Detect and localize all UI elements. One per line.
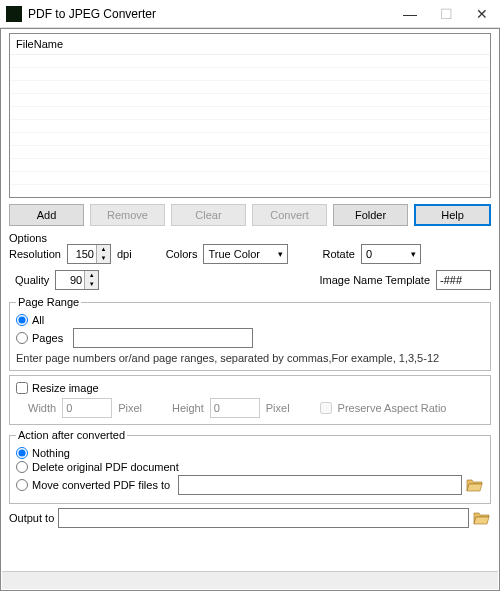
app-icon (6, 6, 22, 22)
preserve-aspect-label: Preserve Aspect Ratio (338, 402, 447, 414)
output-label: Output to (9, 512, 54, 524)
colors-select[interactable]: True Color ▾ (203, 244, 288, 264)
template-label: Image Name Template (320, 274, 430, 286)
chevron-down-icon: ▾ (278, 249, 283, 259)
page-range-pages-input[interactable] (73, 328, 253, 348)
file-list[interactable]: FileName (9, 33, 491, 198)
clear-button[interactable]: Clear (171, 204, 246, 226)
options-label: Options (9, 232, 491, 244)
action-move-path-input[interactable] (178, 475, 462, 495)
rotate-select[interactable]: 0 ▾ (361, 244, 421, 264)
width-pixel-label: Pixel (118, 402, 142, 414)
resize-group: Resize image Width Pixel Height Pixel Pr… (9, 375, 491, 425)
height-input (210, 398, 260, 418)
quality-spinner[interactable]: ▲▼ (55, 270, 99, 290)
dpi-label: dpi (117, 248, 132, 260)
action-legend: Action after converted (16, 429, 127, 441)
file-list-header: FileName (10, 34, 490, 54)
action-delete-label: Delete original PDF document (32, 461, 179, 473)
width-label: Width (28, 402, 56, 414)
remove-button[interactable]: Remove (90, 204, 165, 226)
status-bar (2, 571, 498, 589)
add-button[interactable]: Add (9, 204, 84, 226)
minimize-button[interactable]: — (392, 0, 428, 28)
folder-open-icon[interactable] (473, 510, 491, 526)
close-button[interactable]: ✕ (464, 0, 500, 28)
rotate-value: 0 (366, 248, 372, 260)
page-range-pages-label: Pages (32, 332, 63, 344)
page-range-hint: Enter page numbers or/and page ranges, s… (16, 352, 484, 364)
help-button[interactable]: Help (414, 204, 491, 226)
resolution-spinner[interactable]: ▲▼ (67, 244, 111, 264)
action-move-radio[interactable] (16, 479, 28, 491)
folder-open-icon[interactable] (466, 477, 484, 493)
action-nothing-radio[interactable] (16, 447, 28, 459)
template-input[interactable] (436, 270, 491, 290)
resize-checkbox[interactable] (16, 382, 28, 394)
quality-input[interactable] (56, 273, 84, 287)
action-nothing-label: Nothing (32, 447, 70, 459)
folder-button[interactable]: Folder (333, 204, 408, 226)
page-range-group: Page Range All Pages Enter page numbers … (9, 296, 491, 371)
quality-label: Quality (15, 274, 49, 286)
window-title: PDF to JPEG Converter (28, 7, 392, 21)
width-input (62, 398, 112, 418)
colors-value: True Color (208, 248, 260, 260)
colors-label: Colors (166, 248, 198, 260)
action-delete-radio[interactable] (16, 461, 28, 473)
resize-label: Resize image (32, 382, 99, 394)
resolution-input[interactable] (68, 247, 96, 261)
action-group: Action after converted Nothing Delete or… (9, 429, 491, 504)
height-label: Height (172, 402, 204, 414)
rotate-label: Rotate (322, 248, 354, 260)
page-range-legend: Page Range (16, 296, 81, 308)
title-bar: PDF to JPEG Converter — ☐ ✕ (0, 0, 500, 28)
maximize-button[interactable]: ☐ (428, 0, 464, 28)
action-move-label: Move converted PDF files to (32, 479, 170, 491)
page-range-all-label: All (32, 314, 44, 326)
preserve-aspect-checkbox (320, 402, 332, 414)
convert-button[interactable]: Convert (252, 204, 327, 226)
page-range-all-radio[interactable] (16, 314, 28, 326)
page-range-pages-radio[interactable] (16, 332, 28, 344)
chevron-down-icon: ▾ (411, 249, 416, 259)
resolution-label: Resolution (9, 248, 61, 260)
height-pixel-label: Pixel (266, 402, 290, 414)
output-path-input[interactable] (58, 508, 469, 528)
